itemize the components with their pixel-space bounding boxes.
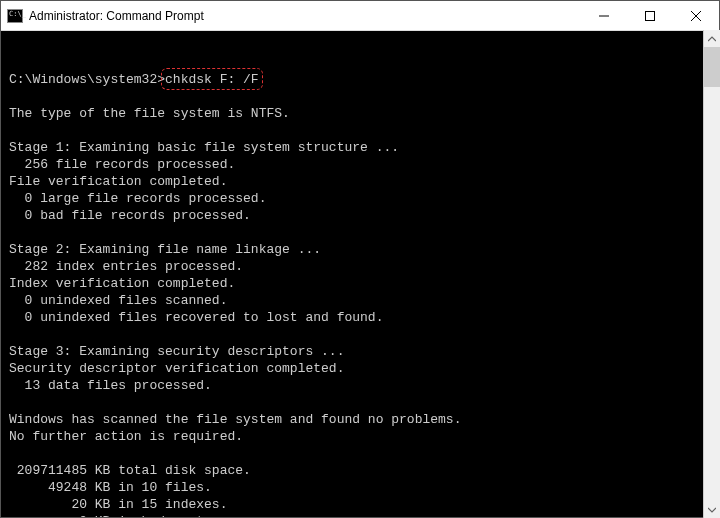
scroll-down-button[interactable] xyxy=(704,501,720,518)
close-button[interactable] xyxy=(673,1,719,30)
titlebar[interactable]: Administrator: Command Prompt xyxy=(1,1,719,31)
minimize-icon xyxy=(599,11,609,21)
window-frame: Administrator: Command Prompt C:\Windows… xyxy=(0,0,720,518)
vertical-scrollbar[interactable] xyxy=(703,30,720,518)
chevron-up-icon xyxy=(708,35,716,43)
command-text: chkdsk F: /F xyxy=(165,72,259,87)
close-icon xyxy=(691,11,701,21)
window-controls xyxy=(581,1,719,30)
minimize-button[interactable] xyxy=(581,1,627,30)
scroll-thumb[interactable] xyxy=(704,47,720,87)
window-title: Administrator: Command Prompt xyxy=(29,9,581,23)
scroll-up-button[interactable] xyxy=(704,30,720,47)
cmd-icon xyxy=(7,9,23,23)
console-output[interactable]: C:\Windows\system32>chkdsk F: /F The typ… xyxy=(1,31,719,517)
chevron-down-icon xyxy=(708,506,716,514)
maximize-icon xyxy=(645,11,655,21)
prompt-text: C:\Windows\system32> xyxy=(9,71,165,88)
maximize-button[interactable] xyxy=(627,1,673,30)
svg-rect-1 xyxy=(646,11,655,20)
